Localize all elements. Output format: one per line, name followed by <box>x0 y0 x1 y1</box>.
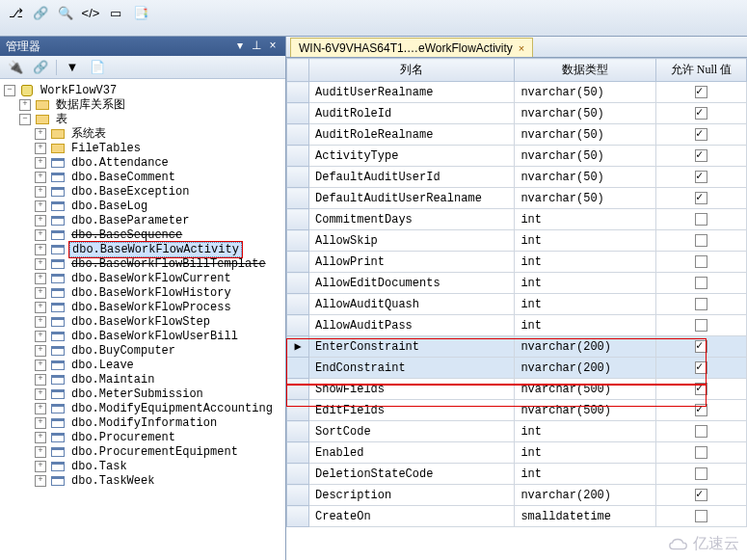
table-row[interactable]: ▶EnterConstraintnvarchar(200) <box>287 336 747 358</box>
connect-icon[interactable]: 🔌 <box>6 58 25 77</box>
cell-data-type[interactable]: nvarchar(50) <box>515 188 655 209</box>
table-row[interactable]: AllowEditDocumentsint <box>287 273 747 294</box>
pin-icon[interactable]: ⊥ <box>250 40 263 53</box>
row-header[interactable] <box>287 103 309 124</box>
object-tree[interactable]: − WorkFlowV37 +数据库关系图−表+系统表+FileTables+d… <box>0 79 285 560</box>
col-header-type[interactable]: 数据类型 <box>515 59 655 82</box>
cell-data-type[interactable]: nvarchar(50) <box>515 167 655 188</box>
expander-icon[interactable]: + <box>35 128 46 140</box>
checkbox[interactable] <box>695 425 707 438</box>
cell-data-type[interactable]: nvarchar(500) <box>515 379 655 400</box>
expander-icon[interactable]: + <box>35 331 46 342</box>
cell-column-name[interactable]: EditFields <box>309 400 515 421</box>
checkbox[interactable] <box>695 467 707 480</box>
cell-allow-null[interactable] <box>655 400 746 421</box>
cell-data-type[interactable]: nvarchar(500) <box>515 400 655 421</box>
cell-data-type[interactable]: int <box>515 252 655 273</box>
cell-column-name[interactable]: ShowFields <box>309 379 515 400</box>
col-header-null[interactable]: 允许 Null 值 <box>655 59 746 82</box>
tree-node[interactable]: +dbo.BaseWorkFlowBillTemplate <box>2 256 283 271</box>
checkbox[interactable] <box>695 128 707 141</box>
checkbox[interactable] <box>695 361 707 374</box>
expander-icon[interactable]: + <box>35 432 46 443</box>
cell-column-name[interactable]: SortCode <box>309 421 515 442</box>
checkbox[interactable] <box>695 510 707 522</box>
cell-column-name[interactable]: AuditRoleRealname <box>309 124 515 146</box>
table-row[interactable]: AllowSkipint <box>287 230 747 252</box>
cell-allow-null[interactable] <box>655 82 746 103</box>
table-row[interactable]: Descriptionnvarchar(200) <box>287 485 747 506</box>
checkbox[interactable] <box>695 277 707 289</box>
expander-icon[interactable]: + <box>19 99 31 111</box>
expander-icon[interactable]: + <box>35 446 46 458</box>
branch-icon[interactable]: ⎇ <box>6 3 25 22</box>
cell-data-type[interactable]: nvarchar(200) <box>515 358 655 379</box>
cell-column-name[interactable]: AllowAuditQuash <box>309 294 515 315</box>
cell-column-name[interactable]: AllowPrint <box>309 252 515 273</box>
table-row[interactable]: CreateOnsmalldatetime <box>287 506 747 527</box>
tree-node[interactable]: +dbo.BaseWorkFlowActivity <box>2 242 283 256</box>
expander-icon[interactable]: + <box>35 461 46 472</box>
checkbox[interactable] <box>695 171 707 183</box>
cell-data-type[interactable]: nvarchar(200) <box>515 485 655 506</box>
checkbox[interactable] <box>695 446 707 459</box>
cell-column-name[interactable]: AllowEditDocuments <box>309 273 515 294</box>
tree-node[interactable]: +dbo.MeterSubmission <box>2 387 283 401</box>
tree-node[interactable]: +dbo.BaseWorkFlowHistory <box>2 285 283 300</box>
tree-node[interactable]: +dbo.TaskWeek <box>2 473 283 488</box>
cell-column-name[interactable]: CommitmentDays <box>309 209 515 230</box>
cell-allow-null[interactable] <box>655 124 746 146</box>
table-row[interactable]: AllowPrintint <box>287 252 747 273</box>
cell-column-name[interactable]: EnterConstraint <box>309 336 515 358</box>
cell-data-type[interactable]: smalldatetime <box>515 506 655 527</box>
table-row[interactable]: CommitmentDaysint <box>287 209 747 230</box>
expander-icon[interactable]: + <box>35 244 46 255</box>
row-header[interactable] <box>287 506 309 527</box>
tree-node[interactable]: +dbo.BaseSequence <box>2 227 283 242</box>
expander-icon[interactable]: + <box>35 215 46 227</box>
tree-node[interactable]: +dbo.BaseLog <box>2 199 283 213</box>
expander-icon[interactable]: + <box>35 374 46 386</box>
checkbox[interactable] <box>695 107 707 120</box>
table-row[interactable]: AllowAuditPassint <box>287 315 747 336</box>
expander-icon[interactable]: + <box>35 229 46 241</box>
tree-node[interactable]: +dbo.ProcurementEquipment <box>2 444 283 459</box>
tree-node[interactable]: +dbo.BaseWorkFlowUserBill <box>2 329 283 343</box>
cell-column-name[interactable]: EndConstraint <box>309 358 515 379</box>
table-row[interactable]: AuditRoleIdnvarchar(50) <box>287 103 747 124</box>
table-row[interactable]: DeletionStateCodeint <box>287 464 747 485</box>
tree-node[interactable]: +dbo.BaseParameter <box>2 213 283 227</box>
columns-grid[interactable]: 列名 数据类型 允许 Null 值 AuditUserRealnamenvarc… <box>286 58 747 560</box>
cell-column-name[interactable]: DeletionStateCode <box>309 464 515 485</box>
link-icon[interactable]: 🔗 <box>31 58 50 77</box>
expander-icon[interactable]: + <box>35 475 46 487</box>
cell-allow-null[interactable] <box>655 358 746 379</box>
row-header[interactable]: ▶ <box>287 336 309 358</box>
row-header[interactable] <box>287 421 309 442</box>
table-row[interactable]: Enabledint <box>287 442 747 464</box>
row-header[interactable] <box>287 273 309 294</box>
table-row[interactable]: ShowFieldsnvarchar(500) <box>287 379 747 400</box>
cell-allow-null[interactable] <box>655 103 746 124</box>
checkbox[interactable] <box>695 213 707 226</box>
tree-node[interactable]: +系统表 <box>2 126 283 141</box>
row-header[interactable] <box>287 188 309 209</box>
cell-allow-null[interactable] <box>655 188 746 209</box>
cell-data-type[interactable]: nvarchar(50) <box>515 82 655 103</box>
tree-node[interactable]: +dbo.BaseWorkFlowCurrent <box>2 271 283 285</box>
table-row[interactable]: DefaultAuditUserIdnvarchar(50) <box>287 167 747 188</box>
table-row[interactable]: EditFieldsnvarchar(500) <box>287 400 747 421</box>
link-icon[interactable]: 🔗 <box>31 3 50 22</box>
row-header[interactable] <box>287 485 309 506</box>
tree-node[interactable]: +dbo.Procurement <box>2 430 283 444</box>
cell-column-name[interactable]: Description <box>309 485 515 506</box>
tree-node[interactable]: +dbo.BaseException <box>2 184 283 199</box>
checkbox[interactable] <box>695 192 707 204</box>
cell-allow-null[interactable] <box>655 336 746 358</box>
cell-column-name[interactable]: Enabled <box>309 442 515 464</box>
checkbox[interactable] <box>695 383 707 395</box>
checkbox[interactable] <box>695 319 707 332</box>
table-row[interactable]: AuditRoleRealnamenvarchar(50) <box>287 124 747 146</box>
tree-node-database[interactable]: − WorkFlowV37 <box>2 83 283 97</box>
cell-allow-null[interactable] <box>655 315 746 336</box>
